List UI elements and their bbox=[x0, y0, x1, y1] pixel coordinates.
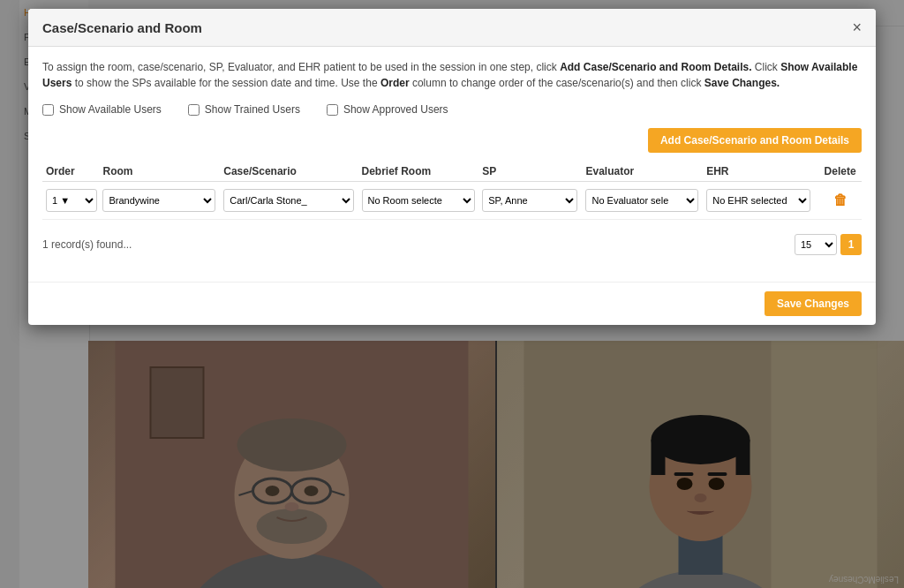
debrief-select[interactable]: No Room selecte bbox=[362, 189, 475, 212]
page-size-select[interactable]: 15 25 50 bbox=[795, 234, 837, 255]
page-number-button[interactable]: 1 bbox=[840, 234, 862, 255]
modal-body: To assign the room, case/scenario, SP, E… bbox=[28, 47, 876, 282]
checkbox-approved-label: Show Approved Users bbox=[343, 103, 448, 116]
cell-evaluator: No Evaluator sele bbox=[585, 189, 706, 212]
modal-title: Case/Scenario and Room bbox=[42, 20, 202, 35]
evaluator-select[interactable]: No Evaluator sele bbox=[585, 189, 698, 212]
cell-sp: SP, Anne No SP selected bbox=[482, 189, 585, 212]
checkbox-trained-label: Show Trained Users bbox=[205, 103, 300, 116]
add-button-row: Add Case/Scenario and Room Details bbox=[42, 128, 862, 153]
order-select[interactable]: 1 ▼ 2 bbox=[46, 189, 97, 212]
table-row: 1 ▼ 2 Brandywine No Room selected Carl/C… bbox=[42, 182, 862, 220]
checkbox-trained-input[interactable] bbox=[188, 104, 200, 116]
checkbox-available-label: Show Available Users bbox=[59, 103, 162, 116]
checkbox-show-approved[interactable]: Show Approved Users bbox=[327, 103, 448, 116]
modal-overlay: Case/Scenario and Room × To assign the r… bbox=[0, 0, 904, 588]
pagination: 15 25 50 1 bbox=[795, 234, 862, 255]
col-header-evaluator: Evaluator bbox=[585, 165, 706, 177]
col-header-debrief: Debrief Room bbox=[362, 165, 483, 177]
col-header-case: Case/Scenario bbox=[223, 165, 361, 177]
cell-room: Brandywine No Room selected bbox=[102, 189, 223, 212]
col-header-sp: SP bbox=[482, 165, 585, 177]
col-header-order: Order bbox=[42, 165, 102, 177]
modal-header: Case/Scenario and Room × bbox=[28, 9, 876, 47]
records-found-text: 1 record(s) found... bbox=[42, 238, 132, 251]
add-case-scenario-button[interactable]: Add Case/Scenario and Room Details bbox=[648, 128, 862, 153]
checkbox-available-input[interactable] bbox=[42, 104, 54, 116]
ehr-select[interactable]: No EHR selected bbox=[706, 189, 810, 212]
checkbox-show-available[interactable]: Show Available Users bbox=[42, 103, 162, 116]
records-row: 1 record(s) found... 15 25 50 1 bbox=[42, 229, 862, 260]
cell-order: 1 ▼ 2 bbox=[42, 189, 102, 212]
checkboxes-row: Show Available Users Show Trained Users … bbox=[42, 103, 862, 116]
col-header-ehr: EHR bbox=[706, 165, 818, 177]
modal-dialog: Case/Scenario and Room × To assign the r… bbox=[28, 9, 876, 325]
sp-select[interactable]: SP, Anne No SP selected bbox=[482, 189, 577, 212]
col-header-room: Room bbox=[102, 165, 223, 177]
case-select[interactable]: Carl/Carla Stone_ No Case selected bbox=[223, 189, 354, 212]
table-container: Order Room Case/Scenario Debrief Room SP… bbox=[42, 162, 862, 220]
modal-description: To assign the room, case/scenario, SP, E… bbox=[42, 59, 862, 91]
cell-delete: 🗑 bbox=[818, 192, 862, 208]
checkbox-show-trained[interactable]: Show Trained Users bbox=[188, 103, 300, 116]
save-changes-button[interactable]: Save Changes bbox=[765, 291, 862, 316]
cell-case: Carl/Carla Stone_ No Case selected bbox=[223, 189, 361, 212]
checkbox-approved-input[interactable] bbox=[327, 104, 338, 116]
room-select[interactable]: Brandywine No Room selected bbox=[102, 189, 215, 212]
table-header-row: Order Room Case/Scenario Debrief Room SP… bbox=[42, 162, 862, 182]
delete-button[interactable]: 🗑 bbox=[833, 192, 848, 207]
cell-ehr: No EHR selected bbox=[706, 189, 818, 212]
modal-close-button[interactable]: × bbox=[852, 19, 862, 35]
modal-footer: Save Changes bbox=[28, 282, 876, 325]
col-header-delete: Delete bbox=[818, 165, 862, 177]
cell-debrief: No Room selecte bbox=[362, 189, 483, 212]
